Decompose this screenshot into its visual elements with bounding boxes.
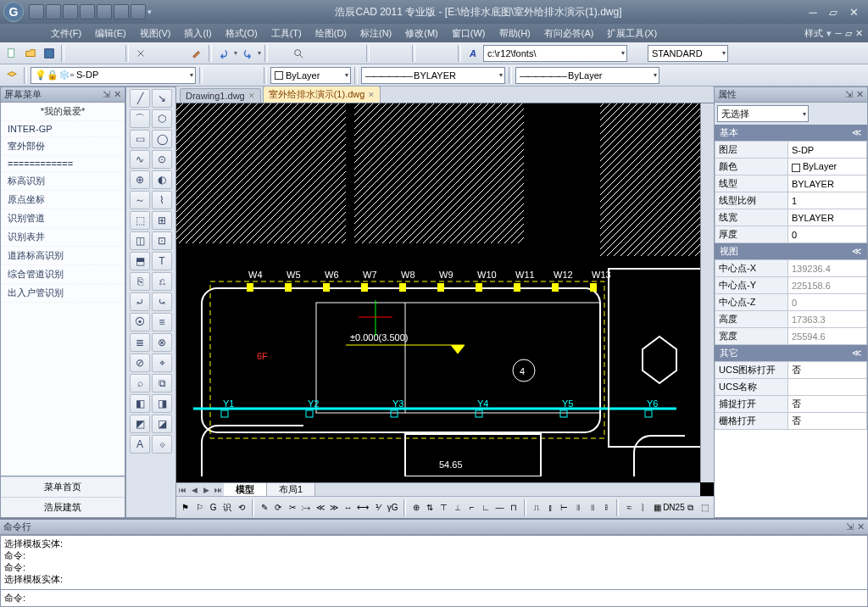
mdi-minimize[interactable]: ─ bbox=[835, 28, 842, 38]
menu-11[interactable]: 有问必答(A) bbox=[539, 25, 599, 42]
minimize-button[interactable]: ─ bbox=[805, 6, 821, 19]
prop-val-other-1[interactable] bbox=[787, 379, 866, 396]
draw-tool-25[interactable]: ⊗ bbox=[152, 333, 172, 352]
left-item-8[interactable]: 综合管道识别 bbox=[1, 265, 125, 284]
btm-tool-27[interactable]: ⦀ bbox=[587, 499, 598, 516]
prop-hdr-view[interactable]: 视图≪ bbox=[715, 243, 867, 259]
menu-1[interactable]: 编辑(E) bbox=[90, 25, 131, 42]
layer-iso[interactable] bbox=[225, 67, 242, 84]
app-logo[interactable]: G bbox=[3, 2, 24, 22]
btm-tool-3[interactable]: 识 bbox=[222, 499, 234, 516]
btm-tool-7[interactable]: ✂ bbox=[287, 499, 298, 516]
tb-cut[interactable] bbox=[132, 45, 149, 62]
btm-tool-28[interactable]: ⩉ bbox=[601, 499, 613, 516]
menu-5[interactable]: 工具(T) bbox=[266, 25, 307, 42]
tb-zoom-win[interactable] bbox=[309, 45, 326, 62]
btm-tool-34[interactable]: ⬚ bbox=[698, 499, 710, 516]
mdi-close[interactable]: ✕ bbox=[855, 28, 863, 39]
draw-tool-10[interactable]: ～ bbox=[130, 191, 150, 209]
tab-close-icon[interactable]: ✕ bbox=[368, 91, 375, 99]
tb-props[interactable] bbox=[373, 45, 390, 62]
prop-val-other-3[interactable]: 否 bbox=[787, 413, 866, 430]
btm-tool-32[interactable]: DN25 bbox=[665, 499, 682, 516]
prop-val-basic-5[interactable]: 0 bbox=[787, 226, 866, 243]
tb-textstyle-mgr[interactable] bbox=[629, 45, 646, 62]
draw-tool-24[interactable]: ≣ bbox=[130, 333, 150, 352]
menu-7[interactable]: 标注(N) bbox=[355, 25, 397, 42]
canvas-vscroll[interactable] bbox=[700, 103, 714, 482]
btm-tool-13[interactable]: ⅟ bbox=[372, 499, 384, 516]
menu-6[interactable]: 绘图(D) bbox=[310, 25, 352, 42]
quicksel-icon[interactable] bbox=[810, 105, 827, 122]
qat-redo[interactable] bbox=[97, 4, 112, 19]
draw-tool-17[interactable]: T bbox=[152, 252, 172, 270]
qat-more[interactable] bbox=[131, 4, 146, 19]
left-item-6[interactable]: 识别表井 bbox=[1, 228, 125, 247]
menu-2[interactable]: 视图(V) bbox=[135, 25, 176, 42]
prop-val-basic-3[interactable]: 1 bbox=[787, 192, 866, 209]
btm-tool-15[interactable]: ⊕ bbox=[410, 499, 422, 516]
selobj-icon[interactable] bbox=[829, 105, 846, 122]
draw-tool-8[interactable]: ⊕ bbox=[130, 170, 150, 189]
draw-tool-12[interactable]: ⬚ bbox=[130, 211, 150, 230]
btm-tool-23[interactable]: ⎍ bbox=[531, 499, 542, 516]
tab-prev[interactable]: ◀ bbox=[188, 486, 200, 494]
draw-tool-18[interactable]: ⎘ bbox=[130, 272, 150, 291]
tb-paste[interactable] bbox=[170, 45, 186, 62]
draw-tool-31[interactable]: ◨ bbox=[152, 394, 172, 413]
prop-val-basic-2[interactable]: BYLAYER bbox=[787, 175, 866, 192]
draw-tool-6[interactable]: ∿ bbox=[130, 150, 150, 169]
left-item-5[interactable]: 识别管道 bbox=[1, 209, 125, 228]
prop-hdr-other[interactable]: 其它≪ bbox=[715, 345, 867, 361]
prop-val-basic-1[interactable]: ByLayer bbox=[787, 159, 866, 175]
tb-print[interactable] bbox=[68, 45, 85, 62]
draw-tool-35[interactable]: ⟐ bbox=[152, 435, 172, 454]
btm-tool-33[interactable]: ⧉ bbox=[685, 499, 697, 516]
draw-tool-15[interactable]: ⊡ bbox=[152, 231, 172, 250]
model-tab[interactable]: 模型 bbox=[224, 483, 267, 496]
command-input[interactable] bbox=[25, 593, 864, 604]
layer-mgr[interactable] bbox=[3, 67, 20, 84]
tb-open[interactable] bbox=[22, 45, 39, 62]
qat-undo[interactable] bbox=[80, 4, 95, 19]
left-item-3[interactable]: 标高识别 bbox=[1, 172, 125, 191]
left-pin-icon[interactable]: ⇲ bbox=[103, 89, 110, 100]
draw-tool-29[interactable]: ⧉ bbox=[152, 374, 172, 393]
btm-tool-0[interactable]: ⚑ bbox=[180, 499, 192, 516]
prop-val-basic-4[interactable]: BYLAYER bbox=[787, 209, 866, 226]
color-combo[interactable]: ByLayer bbox=[270, 67, 351, 84]
btm-tool-22[interactable]: ⊓ bbox=[508, 499, 520, 516]
btm-tool-31[interactable]: ▦ bbox=[651, 499, 663, 516]
menu-8[interactable]: 修改(M) bbox=[400, 25, 443, 42]
tb-zoom-rt[interactable] bbox=[290, 45, 307, 62]
tb-zoom-ext[interactable] bbox=[346, 45, 363, 62]
draw-tool-22[interactable]: ⦿ bbox=[130, 313, 150, 331]
draw-tool-28[interactable]: ⌕ bbox=[130, 374, 150, 393]
draw-tool-21[interactable]: ⤿ bbox=[152, 292, 172, 311]
font-path-combo[interactable]: c:\r12\fonts\ bbox=[483, 45, 627, 62]
tb-pan[interactable] bbox=[271, 45, 288, 62]
draw-tool-1[interactable]: ↘ bbox=[152, 89, 172, 108]
tab-next[interactable]: ▶ bbox=[200, 486, 212, 494]
textstyle-combo[interactable]: STANDARD bbox=[648, 45, 728, 62]
tb-qa[interactable] bbox=[437, 45, 454, 62]
tb-zoom-prev[interactable] bbox=[327, 45, 344, 62]
draw-tool-33[interactable]: ◪ bbox=[152, 415, 172, 433]
btm-tool-6[interactable]: ⟳ bbox=[272, 499, 284, 516]
btm-tool-19[interactable]: ⌐ bbox=[466, 499, 478, 516]
cmd-pin-icon[interactable]: ⇲ bbox=[846, 521, 854, 532]
btm-tool-8[interactable]: ⧴ bbox=[300, 499, 312, 516]
draw-tool-11[interactable]: ⌇ bbox=[152, 191, 172, 209]
btm-tool-26[interactable]: ⫴ bbox=[573, 499, 585, 516]
btm-tool-11[interactable]: ↔ bbox=[342, 499, 354, 516]
btm-tool-1[interactable]: ⚐ bbox=[194, 499, 206, 516]
left-item-1[interactable]: 室外部份 bbox=[1, 137, 125, 156]
layout1-tab[interactable]: 布局1 bbox=[267, 483, 315, 496]
btm-tool-5[interactable]: ✎ bbox=[259, 499, 270, 516]
draw-tool-20[interactable]: ⤾ bbox=[130, 292, 150, 311]
btm-tool-25[interactable]: ⊢ bbox=[559, 499, 570, 516]
btm-tool-14[interactable]: γG bbox=[387, 499, 399, 516]
draw-tool-27[interactable]: ⌖ bbox=[152, 354, 172, 372]
draw-tool-30[interactable]: ◧ bbox=[130, 394, 150, 413]
left-item-0[interactable]: INTER-GP bbox=[1, 121, 125, 137]
